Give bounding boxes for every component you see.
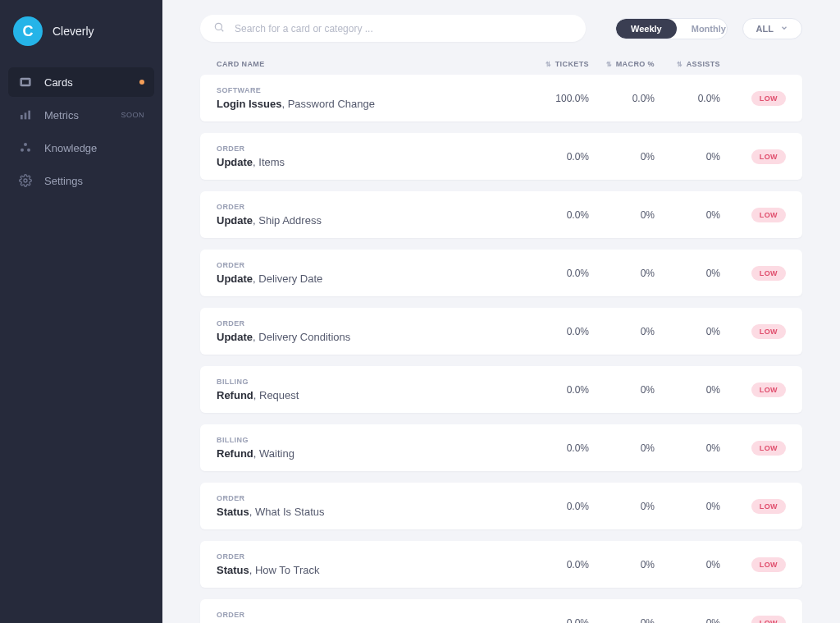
column-tickets[interactable]: ⇅TICKETS bbox=[523, 60, 589, 68]
tickets-value: 0.0% bbox=[523, 268, 589, 279]
assists-value: 0% bbox=[655, 501, 720, 512]
card-name-cell: ORDERUpdate, Items bbox=[217, 144, 523, 168]
svg-rect-4 bbox=[28, 111, 30, 120]
card-name-cell: BILLINGRefund, Waiting bbox=[217, 436, 523, 460]
macro-value: 0% bbox=[589, 617, 655, 624]
macro-value: 0% bbox=[589, 384, 655, 396]
card-title: Update, Ship Address bbox=[217, 214, 523, 227]
card-name-cell: BILLINGRefund, Request bbox=[217, 378, 523, 401]
table-rows: SOFTWARELogin Issues, Password Change100… bbox=[200, 75, 802, 623]
svg-point-8 bbox=[24, 179, 27, 182]
priority-badge: LOW bbox=[751, 441, 786, 456]
tickets-value: 0.0% bbox=[523, 384, 589, 396]
table-row[interactable]: ORDERUpdate, Items0.0%0%0%LOW bbox=[200, 133, 802, 180]
svg-line-10 bbox=[221, 30, 224, 32]
search-bar[interactable] bbox=[200, 15, 586, 42]
priority-badge: LOW bbox=[751, 616, 786, 624]
tickets-value: 0.0% bbox=[523, 559, 589, 570]
sidebar-item-cards[interactable]: Cards bbox=[8, 67, 154, 97]
notification-dot-icon bbox=[139, 80, 144, 85]
sort-icon: ⇅ bbox=[546, 61, 551, 68]
sidebar-item-label: Metrics bbox=[44, 109, 79, 121]
sidebar-item-knowledge[interactable]: Knowledge bbox=[8, 133, 154, 163]
filter-dropdown[interactable]: ALL bbox=[742, 18, 802, 39]
table-row[interactable]: SOFTWARELogin Issues, Password Change100… bbox=[200, 75, 802, 121]
settings-icon bbox=[18, 174, 33, 187]
brand-name: Cleverly bbox=[52, 25, 94, 38]
table-row[interactable]: ORDERUpdate, Ship Address0.0%0%0%LOW bbox=[200, 191, 802, 238]
card-name-cell: ORDERStatus, What Is Status bbox=[217, 494, 523, 518]
tickets-value: 0.0% bbox=[523, 442, 589, 454]
priority-badge: LOW bbox=[751, 383, 786, 397]
column-macro[interactable]: ⇅MACRO % bbox=[589, 60, 655, 68]
filter-label: ALL bbox=[756, 24, 774, 34]
priority-cell: LOW bbox=[720, 616, 786, 624]
card-name-cell: SOFTWARELogin Issues, Password Change bbox=[217, 86, 523, 110]
brand: C Cleverly bbox=[8, 11, 154, 67]
column-card-name[interactable]: CARD NAME bbox=[217, 60, 523, 68]
period-toggle: Weekly Monthly bbox=[615, 18, 728, 39]
macro-value: 0% bbox=[589, 326, 655, 337]
svg-point-6 bbox=[21, 149, 24, 152]
card-category: ORDER bbox=[217, 144, 523, 153]
sidebar-item-label: Settings bbox=[44, 175, 83, 187]
svg-point-9 bbox=[215, 23, 221, 30]
priority-badge: LOW bbox=[751, 149, 786, 164]
table-row[interactable]: ORDERStatus, When Arrive0.0%0%0%LOW bbox=[200, 599, 802, 623]
sidebar-item-metrics[interactable]: Metrics SOON bbox=[8, 100, 154, 130]
table-row[interactable]: BILLINGRefund, Waiting0.0%0%0%LOW bbox=[200, 424, 802, 471]
table-row[interactable]: ORDERUpdate, Delivery Conditions0.0%0%0%… bbox=[200, 308, 802, 355]
card-title: Update, Delivery Conditions bbox=[217, 331, 523, 343]
assists-value: 0% bbox=[655, 209, 720, 221]
macro-value: 0% bbox=[589, 501, 655, 512]
card-title: Status, How To Track bbox=[217, 564, 523, 576]
priority-badge: LOW bbox=[751, 208, 786, 222]
card-name-cell: ORDERUpdate, Delivery Conditions bbox=[217, 319, 523, 343]
table-header: CARD NAME ⇅TICKETS ⇅MACRO % ⇅ASSISTS bbox=[200, 60, 802, 75]
card-title: Refund, Waiting bbox=[217, 447, 523, 460]
card-name-cell: ORDERUpdate, Delivery Date bbox=[217, 261, 523, 285]
priority-cell: LOW bbox=[720, 324, 786, 339]
sidebar-item-settings[interactable]: Settings bbox=[8, 166, 154, 195]
sort-icon: ⇅ bbox=[606, 61, 612, 68]
main: Weekly Monthly ALL CARD NAME ⇅TICKETS ⇅M… bbox=[162, 0, 840, 623]
card-title: Update, Delivery Date bbox=[217, 273, 523, 285]
metrics-icon bbox=[18, 108, 33, 121]
macro-value: 0% bbox=[589, 442, 655, 454]
soon-badge: SOON bbox=[121, 111, 144, 119]
topbar: Weekly Monthly ALL bbox=[200, 15, 802, 42]
assists-value: 0% bbox=[655, 384, 720, 396]
toggle-monthly[interactable]: Monthly bbox=[677, 19, 728, 39]
table-row[interactable]: ORDERStatus, What Is Status0.0%0%0%LOW bbox=[200, 483, 802, 529]
priority-badge: LOW bbox=[751, 324, 786, 339]
priority-badge: LOW bbox=[751, 557, 786, 572]
card-category: ORDER bbox=[217, 319, 523, 328]
card-name-cell: ORDERUpdate, Ship Address bbox=[217, 203, 523, 227]
assists-value: 0% bbox=[655, 151, 720, 163]
tickets-value: 100.0% bbox=[523, 93, 589, 104]
tickets-value: 0.0% bbox=[523, 617, 589, 624]
brand-logo: C bbox=[13, 16, 43, 46]
svg-rect-3 bbox=[25, 112, 27, 119]
tickets-value: 0.0% bbox=[523, 209, 589, 221]
priority-cell: LOW bbox=[720, 266, 786, 281]
table-row[interactable]: ORDERStatus, How To Track0.0%0%0%LOW bbox=[200, 541, 802, 588]
card-title: Update, Items bbox=[217, 156, 523, 168]
priority-badge: LOW bbox=[751, 91, 786, 106]
assists-value: 0% bbox=[655, 268, 720, 279]
priority-badge: LOW bbox=[751, 266, 786, 281]
cards-icon bbox=[18, 76, 33, 89]
card-category: ORDER bbox=[217, 611, 523, 619]
search-input[interactable] bbox=[235, 23, 573, 34]
search-icon bbox=[213, 21, 225, 35]
priority-cell: LOW bbox=[720, 383, 786, 397]
table-row[interactable]: BILLINGRefund, Request0.0%0%0%LOW bbox=[200, 366, 802, 413]
card-category: ORDER bbox=[217, 552, 523, 561]
knowledge-icon bbox=[18, 141, 33, 154]
table-row[interactable]: ORDERUpdate, Delivery Date0.0%0%0%LOW bbox=[200, 250, 802, 296]
column-assists[interactable]: ⇅ASSISTS bbox=[655, 60, 720, 68]
priority-cell: LOW bbox=[720, 557, 786, 572]
toggle-weekly[interactable]: Weekly bbox=[616, 19, 677, 39]
priority-cell: LOW bbox=[720, 208, 786, 222]
card-category: ORDER bbox=[217, 494, 523, 502]
